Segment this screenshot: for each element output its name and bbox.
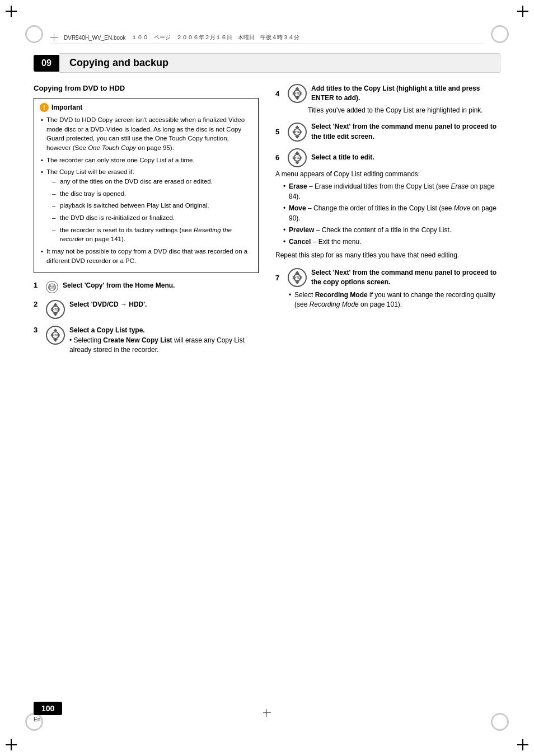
step-4: 4 ENTER Add titles to the Copy List (hig… — [275, 84, 500, 115]
step-3-text: Select a Copy List type. • Selecting Cre… — [69, 326, 259, 355]
step-7-number: 7 — [275, 274, 283, 282]
corner-crossmark-tl — [6, 6, 17, 17]
bullet-1: The DVD to HDD Copy screen isn't accessi… — [40, 115, 252, 153]
nav-icon-2: ENTER — [46, 300, 65, 319]
step-4-header: 4 ENTER Add titles to the Copy List (hig… — [275, 84, 500, 104]
sub-bullet-2: the disc tray is opened. — [52, 189, 252, 199]
meta-bar: DVR540H_WV_EN.book １００ ページ ２００６年２月１６日 木曜… — [50, 34, 484, 44]
step-4-number: 4 — [275, 90, 283, 98]
important-bullet-list: The DVD to HDD Copy screen isn't accessi… — [40, 115, 252, 265]
step-2: 2 ENTER Select 'DVD/CD → HDD'. — [34, 300, 259, 319]
sub-bullet-5: the recorder is reset to its factory set… — [52, 226, 252, 244]
step-3-number: 3 — [34, 326, 41, 334]
corner-crossmark-br — [517, 739, 528, 750]
step-5-number: 5 — [275, 128, 283, 136]
step-5: 5 ENTER Select 'Next' from the command m… — [275, 122, 500, 142]
nav-icon-3: ENTER — [46, 326, 65, 345]
svg-text:HOMEMENU: HOMEMENU — [48, 285, 56, 290]
repeat-text: Repeat this step for as many titles you … — [275, 251, 500, 260]
step-1-number: 1 — [34, 281, 41, 289]
step-6: 6 ENTER Select a title to edit. A menu a… — [275, 148, 500, 260]
corner-crossmark-tr — [517, 6, 528, 17]
step-6-number: 6 — [275, 153, 283, 162]
step-2-number: 2 — [34, 300, 41, 308]
meta-time: 午後４時３４分 — [260, 34, 299, 41]
edit-cmd-move: Move – Change the order of titles in the… — [282, 204, 500, 223]
step-7: 7 ENTER Select 'Next' from the command m… — [275, 268, 500, 310]
warning-icon: ! — [40, 103, 49, 112]
chapter-number: 09 — [34, 55, 59, 72]
bottom-bar: 100 En — [34, 702, 500, 722]
meta-day: 木曜日 — [238, 34, 255, 41]
step-7-bullets: Select Recording Mode if you want to cha… — [281, 290, 500, 310]
step-7-heading: Select 'Next' from the command menu pane… — [311, 268, 500, 288]
step-4-body: Titles you've added to the Copy List are… — [275, 106, 500, 115]
meta-page-ref: １００ — [132, 34, 148, 41]
nav-icon-6: ENTER — [288, 148, 307, 167]
edit-cmd-preview: Preview – Check the content of a title i… — [282, 226, 500, 235]
bullet-3: The Copy List will be erased if: any of … — [40, 167, 252, 244]
step-6-header: 6 ENTER Select a title to edit. — [275, 148, 500, 167]
nav-icon-5: ENTER — [288, 123, 307, 142]
step-5-header: 5 ENTER Select 'Next' from the command m… — [275, 122, 500, 142]
right-column: 4 ENTER Add titles to the Copy List (hig… — [275, 84, 500, 689]
page-lang: En — [34, 716, 40, 722]
step-1-text: Select 'Copy' from the Home Menu. — [63, 281, 259, 290]
edit-cmd-cancel: Cancel – Exit the menu. — [282, 237, 500, 247]
bullet-2: The recorder can only store one Copy Lis… — [40, 156, 252, 165]
nav-icon-4: ENTER — [288, 84, 307, 103]
nav-icon-7: ENTER — [288, 268, 307, 287]
meta-filename: DVR540H_WV_EN.book — [64, 35, 126, 41]
important-title: ! Important — [40, 103, 252, 112]
edit-cmd-erase: Erase – Erase individual titles from the… — [282, 182, 500, 201]
meta-crossmark — [50, 34, 58, 41]
sub-bullet-4: the DVD disc is re-initialized or finali… — [52, 213, 252, 223]
meta-date: ２００６年２月１６日 — [176, 34, 232, 41]
step-7-recording-mode: Select Recording Mode if you want to cha… — [288, 290, 500, 310]
content-area: Copying from DVD to HDD ! Important The … — [34, 84, 500, 689]
step-3: 3 ENTER Select a Copy List type. • Selec… — [34, 326, 259, 355]
step-4-heading: Add titles to the Copy List (highlight a… — [311, 84, 500, 104]
step-6-body: A menu appears of Copy List editing comm… — [275, 170, 500, 179]
step-5-heading: Select 'Next' from the command menu pane… — [311, 122, 500, 142]
chapter-title: Copying and backup — [59, 53, 500, 73]
meta-page-label: ページ — [154, 34, 171, 41]
corner-decoration-tr — [491, 25, 509, 43]
bullet-4: It may not be possible to copy from a DV… — [40, 247, 252, 265]
corner-decoration-tl — [25, 25, 43, 43]
page-number-box: 100 — [34, 702, 62, 715]
step-7-header: 7 ENTER Select 'Next' from the command m… — [275, 268, 500, 288]
important-box: ! Important The DVD to HDD Copy screen i… — [34, 98, 259, 273]
step-2-text: Select 'DVD/CD → HDD'. — [69, 300, 259, 309]
step-1: 1 HOMEMENU Select 'Copy' from the Home M… — [34, 281, 259, 293]
important-label: Important — [51, 104, 82, 111]
corner-crossmark-bl — [6, 739, 17, 750]
section-title: Copying from DVD to HDD — [34, 84, 259, 92]
step-6-heading: Select a title to edit. — [311, 153, 500, 162]
sub-bullet-3: playback is switched between Play List a… — [52, 201, 252, 210]
edit-commands-list: Erase – Erase individual titles from the… — [275, 182, 500, 247]
sub-bullet-1: any of the titles on the DVD disc are er… — [52, 177, 252, 186]
left-column: Copying from DVD to HDD ! Important The … — [34, 84, 259, 689]
sub-bullet-list: any of the titles on the DVD disc are er… — [46, 177, 252, 244]
chapter-header: 09 Copying and backup — [34, 53, 500, 73]
step-7-body: Select Recording Mode if you want to cha… — [275, 290, 500, 310]
home-menu-icon: HOMEMENU — [46, 281, 58, 293]
